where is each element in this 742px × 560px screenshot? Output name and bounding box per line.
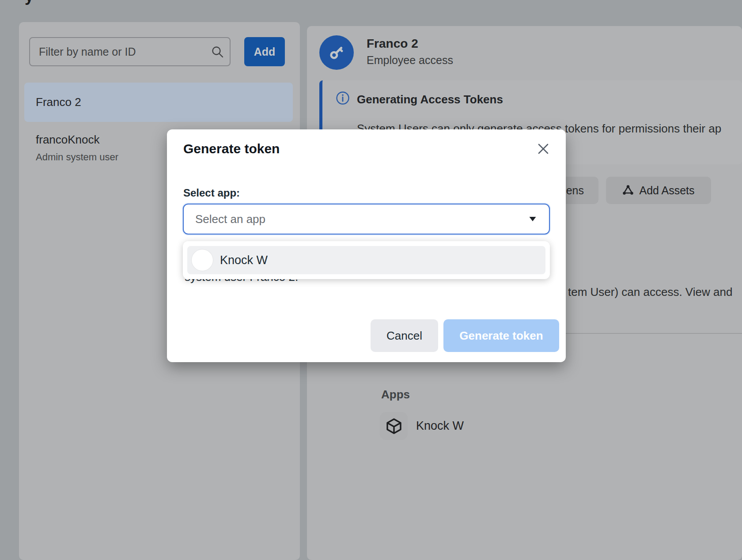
cube-app-icon xyxy=(385,417,403,435)
select-app-label: Select app: xyxy=(183,187,240,199)
select-placeholder: Select an app xyxy=(195,212,265,226)
dropdown-option-label: Knock W xyxy=(220,254,268,267)
app-avatar xyxy=(192,250,213,271)
add-assets-button[interactable]: Add Assets xyxy=(606,177,711,204)
app-tile xyxy=(380,412,408,440)
generate-token-modal: Generate token Select app: Select an app… xyxy=(167,129,566,362)
info-banner-title: Generating Access Tokens xyxy=(357,93,503,106)
list-item-label: Franco 2 xyxy=(36,95,81,109)
detail-title: Franco 2 xyxy=(367,37,418,51)
add-system-user-button[interactable]: Add xyxy=(244,37,285,66)
app-name: Knock W xyxy=(416,419,464,433)
assets-icon xyxy=(622,185,634,196)
filter-input[interactable] xyxy=(29,37,231,66)
app-select-dropdown[interactable]: Select an app xyxy=(183,204,550,235)
system-user-key-avatar xyxy=(319,35,354,70)
generate-token-button[interactable]: Generate token xyxy=(443,319,559,352)
search-icon xyxy=(211,45,223,58)
clipped-access-paragraph: tem User) can access. View and xyxy=(568,285,732,299)
modal-title: Generate token xyxy=(183,141,280,156)
key-icon xyxy=(327,43,346,62)
info-icon xyxy=(336,91,350,105)
close-icon[interactable] xyxy=(536,142,550,156)
list-item-franco2[interactable]: Franco 2 xyxy=(24,83,293,122)
clipped-tokens-button-label: ens xyxy=(566,184,584,197)
apps-section-heading: Apps xyxy=(381,388,410,401)
cancel-button[interactable]: Cancel xyxy=(371,319,438,352)
clipped-page-title: y xyxy=(25,0,34,5)
app-dropdown-panel: Knock W xyxy=(183,241,550,279)
add-assets-label: Add Assets xyxy=(639,184,694,197)
filter-field xyxy=(29,37,231,66)
app-list-item[interactable]: Knock W xyxy=(380,412,464,440)
dropdown-option-knock-w[interactable]: Knock W xyxy=(187,246,545,274)
detail-subtitle: Employee access xyxy=(367,54,453,67)
chevron-down-icon xyxy=(529,216,537,222)
